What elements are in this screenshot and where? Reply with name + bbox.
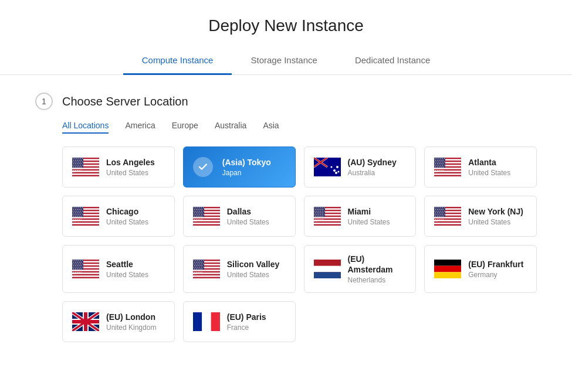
svg-point-329: [437, 219, 438, 220]
svg-point-334: [436, 221, 437, 221]
svg-point-244: [320, 209, 321, 210]
svg-point-432: [197, 270, 198, 271]
svg-point-18: [81, 160, 82, 161]
svg-point-117: [435, 172, 435, 172]
filter-australia[interactable]: Australia: [215, 121, 246, 134]
svg-point-442: [195, 274, 196, 274]
svg-point-207: [201, 214, 202, 214]
svg-rect-447: [434, 266, 461, 272]
filter-europe[interactable]: Europe: [172, 121, 198, 134]
tab-dedicated[interactable]: Dedicated Instance: [336, 47, 449, 75]
svg-point-333: [435, 221, 435, 221]
location-card-los-angeles[interactable]: Los Angeles United States: [62, 146, 175, 188]
svg-point-52: [73, 172, 73, 172]
svg-point-163: [79, 217, 79, 218]
svg-point-309: [441, 213, 442, 213]
svg-point-104: [441, 166, 442, 167]
tab-storage[interactable]: Storage Instance: [232, 47, 336, 75]
svg-point-376: [73, 270, 73, 271]
svg-point-412: [201, 264, 202, 264]
svg-point-236: [316, 207, 317, 208]
section-header: 1 Choose Server Location: [35, 93, 537, 110]
svg-point-94: [443, 163, 444, 164]
svg-rect-71: [434, 173, 461, 175]
location-country: United States: [468, 169, 510, 177]
svg-point-39: [79, 166, 79, 167]
svg-point-44: [79, 168, 79, 169]
svg-point-415: [196, 265, 197, 266]
svg-point-25: [73, 163, 74, 164]
location-card-atlanta[interactable]: Atlanta United States: [424, 146, 537, 188]
location-card-asia-tokyo[interactable]: (Asia) Tokyo Japan: [183, 146, 296, 188]
svg-point-379: [79, 270, 79, 271]
svg-point-92: [439, 163, 439, 164]
svg-point-87: [441, 162, 441, 162]
svg-point-34: [80, 165, 81, 165]
svg-point-323: [436, 217, 437, 218]
svg-point-312: [436, 214, 437, 214]
svg-rect-124: [72, 220, 99, 221]
location-card-dallas[interactable]: Dallas United States: [183, 196, 296, 237]
svg-rect-6: [72, 173, 99, 175]
svg-point-399: [197, 260, 198, 261]
svg-point-268: [314, 217, 314, 218]
location-card-chicago[interactable]: Chicago United States: [62, 196, 175, 237]
svg-point-136: [79, 209, 79, 210]
location-card-miami[interactable]: Miami United States: [304, 196, 417, 237]
svg-point-321: [443, 216, 444, 216]
svg-point-242: [316, 209, 317, 210]
svg-rect-394: [193, 272, 220, 274]
svg-point-114: [439, 170, 439, 171]
svg-point-328: [435, 219, 436, 220]
location-card-seattle[interactable]: Seattle United States: [62, 245, 175, 293]
svg-point-29: [81, 163, 82, 164]
svg-point-303: [441, 211, 441, 212]
location-name: Los Angeles: [106, 157, 155, 168]
tab-compute[interactable]: Compute Instance: [123, 47, 232, 75]
svg-point-355: [75, 264, 75, 264]
svg-point-271: [320, 217, 320, 218]
location-card-eu-frankfurt[interactable]: (EU) Frankfurt Germany: [424, 245, 537, 293]
filter-america[interactable]: America: [125, 121, 155, 134]
svg-point-23: [80, 162, 81, 162]
svg-point-169: [79, 219, 79, 220]
svg-point-144: [73, 213, 74, 213]
location-card-au-sydney[interactable]: (AU) Sydney Australia: [304, 146, 417, 188]
svg-point-77: [442, 158, 443, 159]
svg-point-368: [79, 267, 79, 268]
svg-point-258: [316, 214, 317, 214]
svg-point-165: [82, 217, 83, 218]
location-card-new-york[interactable]: New York (NJ) United States: [424, 196, 537, 237]
svg-point-293: [442, 207, 443, 208]
svg-point-280: [316, 221, 317, 221]
filter-all[interactable]: All Locations: [62, 121, 109, 134]
svg-point-322: [435, 217, 435, 218]
location-name: New York (NJ): [468, 206, 523, 217]
svg-point-361: [75, 265, 76, 266]
svg-rect-4: [72, 168, 99, 169]
location-name: (EU) London: [106, 312, 156, 322]
svg-point-274: [314, 219, 315, 220]
location-card-eu-london[interactable]: (EU) London United Kingdom: [62, 301, 175, 342]
svg-point-343: [73, 260, 73, 261]
svg-point-273: [323, 217, 324, 218]
filter-asia[interactable]: Asia: [263, 121, 279, 134]
svg-point-110: [442, 168, 443, 169]
svg-point-83: [443, 160, 444, 161]
location-card-silicon-valley[interactable]: Silicon Valley United States: [183, 245, 296, 293]
svg-point-289: [435, 207, 435, 208]
svg-point-369: [80, 267, 81, 268]
svg-point-187: [194, 209, 195, 210]
flag-icon: [434, 158, 461, 176]
location-card-eu-paris[interactable]: (EU) Paris France: [183, 301, 296, 342]
svg-point-296: [437, 209, 438, 210]
svg-point-422: [199, 267, 199, 268]
svg-point-308: [439, 213, 439, 213]
svg-point-138: [73, 211, 73, 212]
svg-point-316: [444, 214, 445, 214]
location-card-eu-amsterdam[interactable]: (EU) Amsterdam Netherlands: [304, 245, 417, 293]
svg-point-12: [80, 158, 81, 159]
svg-point-113: [437, 170, 438, 171]
svg-point-301: [436, 211, 437, 212]
svg-point-172: [75, 221, 75, 221]
